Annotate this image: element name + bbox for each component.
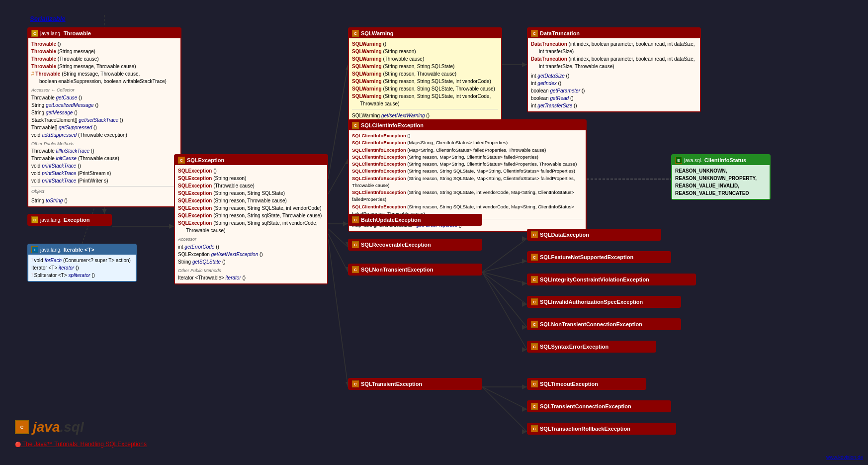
sqlw-c8b: Throwable cause) [352,100,498,107]
datatruncation-header: C DataTruncation [528,28,700,38]
svg-line-35 [482,387,527,409]
svg-line-21 [482,239,527,272]
serializable-link[interactable]: Serializable [30,15,66,22]
sqlw-c4: SQLWarning (String reason, String SQLSta… [352,63,498,70]
sqle-c8b: Throwable cause) [178,227,324,234]
iterable-name: Iterable <T> [64,247,94,253]
sqlrecoverable-icon: C [352,241,359,248]
throwable-class: C java.lang.Throwable Throwable () Throw… [27,27,181,207]
sqltransactionrollback-header: C SQLTransactionRollbackException [528,424,675,434]
throwable-object-label: Object [31,188,177,195]
throwable-name: Throwable [64,30,91,36]
sqlw-c2: SQLWarning (String reason) [352,48,498,55]
clientinfostatus-body: REASON_UNKNOWN, REASON_UNKNOWN_PROPERTY,… [672,165,770,199]
throwable-c1: Throwable () [31,40,177,48]
exception-class: C java.lang.Exception [27,214,112,226]
cis-v1: REASON_UNKNOWN, [675,167,767,175]
sci-c1: SQLClientInfoException () [352,132,583,139]
sqlexception-class: C SQLException SQLException () SQLExcept… [174,154,328,284]
svg-marker-14 [343,221,348,226]
dt-m3: boolean getParameter () [531,87,697,94]
sqlintegrity-header: C SQLIntegrityConstraintViolationExcepti… [528,275,695,284]
iterable-header: I java.lang.Iterable <T> [28,245,136,255]
throwable-header: C java.lang.Throwable [28,28,180,38]
sci-c7: SQLClientInfoException (String reason, S… [352,175,583,189]
sqlinvalidauth-name: SQLInvalidAuthorizationSpecException [540,299,643,305]
svg-line-25 [482,272,527,283]
svg-line-31 [482,272,527,350]
sqlw-c5: SQLWarning (String reason, Throwable cau… [352,70,498,78]
sqltimeout-class: C SQLTimeoutException [527,378,646,390]
throwable-om2: Throwable initCause (Throwable cause) [31,155,177,162]
sqlrecoverable-header: C SQLRecoverableException [349,240,481,250]
iterable-icon: I [31,246,38,253]
iterable-m2: Iterator <T> iterator () [31,264,133,272]
sqle-c5: SQLException (String reason, Throwable c… [178,197,324,204]
batchupdate-class: C BatchUpdateException [348,214,482,226]
svg-marker-38 [522,429,527,434]
iterable-package: java.lang. [40,247,62,253]
cis-v3: REASON_VALUE_INVALID, [675,182,767,189]
svg-marker-5 [169,224,174,229]
sci-c2: SQLClientInfoException (Map<String, Clie… [352,139,583,146]
sqltransientconn-header: C SQLTransientConnectionException [528,401,670,411]
throwable-om5: void printStackTrace (PrintWriter s) [31,177,177,185]
svg-marker-28 [522,302,527,307]
sqlw-footer: SQLWarning get/setNextWarning () [352,112,498,119]
sqltransientconn-class: C SQLTransientConnectionException [527,400,671,412]
iterable-m1: ! void forEach (Consumer<? super T> acti… [31,257,133,264]
iterable-m3: ! Spliterator <T> spliterator () [31,272,133,279]
cis-v4: REASON_VALUE_TRUNCATED [675,189,767,197]
svg-line-37 [482,387,527,432]
sqlnontransientconn-header: C SQLNonTransientConnectionException [528,319,680,329]
sqldataexc-name: SQLDataException [540,232,589,238]
javasql-icon: C [15,420,29,434]
exception-name: Exception [64,217,90,223]
clientinfostatus-header: E java.sql.ClientInfoStatus [672,155,770,165]
sqltransientconn-name: SQLTransientConnectionException [540,403,631,409]
svg-line-10 [328,159,348,194]
sqlwarning-body: SQLWarning () SQLWarning (String reason)… [349,38,501,121]
sqlwarning-class: C SQLWarning SQLWarning () SQLWarning (S… [348,27,502,122]
svg-line-19 [328,239,348,387]
throwable-tostring: String toString () [31,197,177,204]
sqlexception-body: SQLException () SQLException (String rea… [175,165,327,283]
sqlexception-name: SQLException [187,157,224,163]
sqle-c8: SQLException (String reason, String sqlS… [178,219,324,227]
svg-marker-24 [522,259,527,264]
sqlnontransient-class: C SQLNonTransientException [348,264,482,276]
sqlw-c3: SQLWarning (Throwable cause) [352,55,498,63]
sqldataexc-class: C SQLDataException [527,229,661,241]
sqltimeout-icon: C [531,380,538,387]
svg-line-27 [482,272,527,304]
batchupdate-icon: C [352,216,359,223]
sqlintegrity-icon: C [531,276,538,283]
sqlnontransient-header: C SQLNonTransientException [349,265,481,275]
sqltimeout-header: C SQLTimeoutException [528,379,645,389]
sqlclientinfo-icon: C [352,122,359,129]
throwable-c5: # Throwable (String message, Throwable c… [31,70,177,78]
sqlfeature-header: C SQLFeatureNotSupportedException [528,252,670,262]
sqlw-c6: SQLWarning (String reason, String SQLSta… [352,78,498,85]
cis-v2: REASON_UNKNOWN_PROPERTY, [675,175,767,182]
sci-c3: SQLClientInfoException (Map<String, Clie… [352,147,583,154]
sqltransientconn-icon: C [531,403,538,410]
svg-line-6 [328,65,348,179]
throwable-c2: Throwable (String message) [31,48,177,55]
throwable-accessor-label: Accessor ← Collector [31,87,177,94]
throwable-m1: Throwable getCause () [31,94,177,101]
sqlwarning-header: C SQLWarning [349,28,501,38]
sqlnontransientconn-icon: C [531,321,538,328]
throwable-m2: String getLocalizedMessage () [31,101,177,109]
svg-marker-26 [522,281,527,286]
tutorials-link[interactable]: The Java™ Tutorials: Handling SQLExcepti… [15,441,147,448]
svg-marker-22 [522,236,527,241]
sqltransient-class: C SQLTransientException [348,378,482,390]
svg-marker-30 [522,325,527,330]
batchupdate-name: BatchUpdateException [361,217,421,223]
sqle-other-label: Other Public Methods [178,268,324,275]
sci-c8: SQLClientInfoException (String reason, S… [352,189,583,203]
svg-marker-34 [522,384,527,389]
sqle-c1: SQLException () [178,167,324,175]
dt-m1: int getDataSize () [531,72,697,80]
